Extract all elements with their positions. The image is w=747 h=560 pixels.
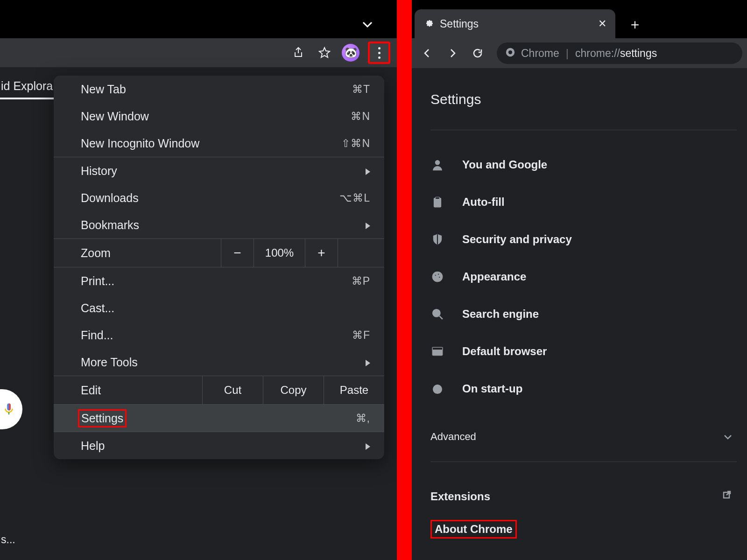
- nav-item-startup[interactable]: On start-up: [430, 370, 737, 407]
- browser-toolbar: 🐼: [0, 38, 397, 67]
- nav-item-security[interactable]: Security and privacy: [430, 221, 737, 258]
- submenu-arrow-icon: [366, 218, 370, 232]
- nav-item-search-engine[interactable]: Search engine: [430, 295, 737, 333]
- menu-label: New Tab: [81, 83, 126, 96]
- menu-shortcut: ⌘N: [351, 110, 370, 123]
- profile-avatar[interactable]: 🐼: [342, 44, 359, 62]
- tab-strip: Settings ✕ ＋: [412, 0, 747, 38]
- menu-item-find[interactable]: Find... ⌘F: [54, 322, 384, 349]
- annotation-divider: [397, 0, 412, 560]
- share-icon[interactable]: [289, 44, 307, 62]
- edit-paste-button[interactable]: Paste: [324, 376, 384, 404]
- menu-item-zoom: Zoom − 100% +: [54, 239, 384, 267]
- svg-rect-4: [436, 197, 440, 199]
- chevron-down-icon: [724, 431, 732, 443]
- left-window-titlebar: [0, 0, 397, 38]
- menu-label: Cast...: [81, 301, 114, 315]
- menu-shortcut: ⌘P: [352, 275, 370, 287]
- menu-item-incognito[interactable]: New Incognito Window ⇧⌘N: [54, 130, 384, 157]
- chrome-logo-icon: [505, 47, 515, 59]
- nav-item-you-google[interactable]: You and Google: [430, 146, 737, 183]
- nav-label: On start-up: [462, 382, 522, 395]
- chrome-main-menu: New Tab ⌘T New Window ⌘N New Incognito W…: [54, 76, 384, 459]
- nav-label: Appearance: [462, 270, 526, 283]
- back-button[interactable]: [416, 42, 438, 64]
- nav-item-extensions[interactable]: Extensions: [430, 478, 737, 515]
- more-options-button[interactable]: [368, 42, 390, 64]
- clipboard-icon: [430, 195, 444, 209]
- edit-label: Edit: [54, 384, 202, 397]
- menu-item-history[interactable]: History: [54, 157, 384, 184]
- divider: [430, 462, 737, 462]
- nav-label: Search engine: [462, 308, 539, 321]
- svg-point-5: [432, 272, 443, 282]
- menu-label: New Window: [81, 110, 149, 123]
- kebab-menu-icon: [378, 47, 381, 59]
- nav-label: Default browser: [462, 345, 547, 358]
- menu-label: Downloads: [81, 191, 139, 205]
- menu-item-print[interactable]: Print... ⌘P: [54, 267, 384, 294]
- tab-close-button[interactable]: ✕: [597, 18, 608, 30]
- menu-shortcut: ⌘F: [352, 329, 370, 342]
- menu-item-downloads[interactable]: Downloads ⌥⌘L: [54, 184, 384, 211]
- zoom-out-button[interactable]: −: [221, 239, 254, 267]
- nav-item-autofill[interactable]: Auto-fill: [430, 183, 737, 221]
- forward-button[interactable]: [442, 42, 463, 64]
- settings-page-body: Settings You and Google Auto-fill Securi…: [412, 68, 747, 560]
- voice-search-button[interactable]: [0, 389, 22, 429]
- nav-item-appearance[interactable]: Appearance: [430, 258, 737, 295]
- menu-label: Print...: [81, 274, 114, 288]
- svg-rect-3: [434, 198, 441, 207]
- right-screenshot: Settings ✕ ＋ Chrome | chrome://settings …: [412, 0, 747, 560]
- star-icon[interactable]: [316, 44, 333, 62]
- submenu-arrow-icon: [366, 356, 370, 369]
- reload-button[interactable]: [467, 42, 488, 64]
- nav-item-about-chrome[interactable]: About Chrome: [430, 515, 737, 543]
- menu-item-edit: Edit Cut Copy Paste: [54, 376, 384, 404]
- left-screenshot: 🐼 id Explora s... New Tab ⌘T New Window …: [0, 0, 397, 560]
- edit-copy-button[interactable]: Copy: [263, 376, 324, 404]
- tab-label: Settings: [440, 18, 591, 30]
- menu-shortcut: ⌥⌘L: [339, 192, 370, 204]
- menu-item-settings[interactable]: Settings ⌘,: [54, 405, 384, 432]
- menu-label: Find...: [81, 329, 113, 342]
- menu-item-new-tab[interactable]: New Tab ⌘T: [54, 76, 384, 103]
- nav-item-default-browser[interactable]: Default browser: [430, 333, 737, 370]
- new-tab-button[interactable]: ＋: [621, 10, 649, 38]
- zoom-label: Zoom: [54, 246, 221, 260]
- menu-label: More Tools: [81, 356, 138, 369]
- menu-label: Bookmarks: [81, 218, 139, 232]
- settings-nav-list: You and Google Auto-fill Security and pr…: [430, 146, 737, 407]
- power-icon: [430, 382, 444, 396]
- chevron-down-icon[interactable]: [362, 20, 373, 30]
- submenu-arrow-icon: [366, 164, 370, 178]
- nav-label: Auto-fill: [462, 196, 505, 209]
- menu-item-more-tools[interactable]: More Tools: [54, 349, 384, 376]
- menu-label: Help: [81, 439, 105, 453]
- submenu-arrow-icon: [366, 439, 370, 453]
- omnibox-url-prefix: chrome://: [575, 47, 620, 59]
- menu-label: Settings: [78, 409, 127, 427]
- menu-item-cast[interactable]: Cast...: [54, 294, 384, 322]
- svg-point-8: [439, 276, 440, 278]
- menu-label: New Incognito Window: [81, 137, 199, 150]
- gear-icon: [423, 17, 434, 30]
- zoom-in-button[interactable]: +: [305, 239, 338, 267]
- fullscreen-button[interactable]: [338, 239, 384, 267]
- omnibox[interactable]: Chrome | chrome://settings: [497, 42, 742, 64]
- about-chrome-label: About Chrome: [430, 520, 517, 539]
- menu-item-help[interactable]: Help: [54, 432, 384, 459]
- zoom-percent: 100%: [254, 239, 305, 267]
- extensions-label: Extensions: [430, 490, 490, 503]
- nav-item-advanced[interactable]: Advanced: [430, 420, 737, 453]
- browser-tab-settings[interactable]: Settings ✕: [415, 9, 615, 38]
- menu-item-new-window[interactable]: New Window ⌘N: [54, 103, 384, 130]
- svg-point-7: [438, 273, 439, 275]
- svg-rect-11: [432, 347, 443, 350]
- settings-title: Settings: [430, 91, 737, 107]
- nav-label: You and Google: [462, 158, 547, 171]
- shield-icon: [430, 232, 444, 246]
- menu-item-bookmarks[interactable]: Bookmarks: [54, 211, 384, 238]
- menu-label: History: [81, 164, 117, 178]
- edit-cut-button[interactable]: Cut: [202, 376, 263, 404]
